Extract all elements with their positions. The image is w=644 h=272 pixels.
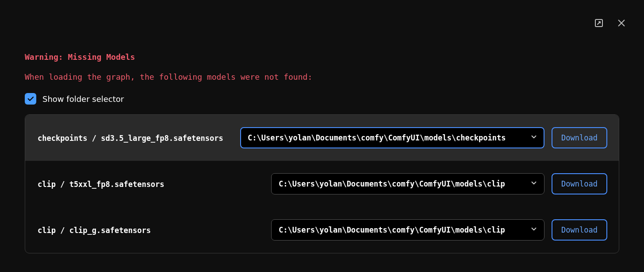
model-label: checkpoints / sd3.5_large_fp8.safetensor…: [38, 133, 223, 143]
model-row: checkpoints / sd3.5_large_fp8.safetensor…: [25, 115, 619, 161]
download-button[interactable]: Download: [552, 127, 607, 148]
window-controls: [594, 18, 626, 28]
model-row: clip / t5xxl_fp8.safetensors C:\Users\yo…: [25, 161, 619, 207]
folder-select[interactable]: C:\Users\yolan\Documents\comfy\ComfyUI\m…: [271, 173, 544, 194]
dialog-content: Warning: Missing Models When loading the…: [0, 0, 644, 253]
folder-path: C:\Users\yolan\Documents\comfy\ComfyUI\m…: [279, 225, 505, 234]
model-label: clip / t5xxl_fp8.safetensors: [38, 179, 165, 189]
download-button-label: Download: [561, 133, 598, 142]
download-button[interactable]: Download: [552, 173, 607, 194]
model-label: clip / clip_g.safetensors: [38, 225, 151, 235]
close-icon[interactable]: [617, 18, 626, 28]
download-button-label: Download: [561, 225, 598, 234]
warning-subtitle: When loading the graph, the following mo…: [25, 72, 619, 82]
expand-icon[interactable]: [594, 18, 604, 28]
chevron-down-icon: [530, 225, 538, 235]
folder-select[interactable]: C:\Users\yolan\Documents\comfy\ComfyUI\m…: [271, 219, 544, 241]
warning-title: Warning: Missing Models: [25, 52, 619, 62]
model-row: clip / clip_g.safetensors C:\Users\yolan…: [25, 207, 619, 253]
chevron-down-icon: [530, 133, 538, 143]
missing-models-panel: checkpoints / sd3.5_large_fp8.safetensor…: [25, 114, 619, 253]
show-folder-selector-row: Show folder selector: [25, 93, 619, 105]
chevron-down-icon: [530, 179, 538, 189]
download-button-label: Download: [561, 179, 598, 188]
download-button[interactable]: Download: [552, 219, 607, 241]
folder-path: C:\Users\yolan\Documents\comfy\ComfyUI\m…: [279, 179, 505, 188]
show-folder-selector-checkbox[interactable]: [25, 93, 36, 105]
folder-select[interactable]: C:\Users\yolan\Documents\comfy\ComfyUI\m…: [240, 127, 544, 148]
folder-path: C:\Users\yolan\Documents\comfy\ComfyUI\m…: [248, 133, 506, 142]
show-folder-selector-label: Show folder selector: [42, 94, 124, 104]
